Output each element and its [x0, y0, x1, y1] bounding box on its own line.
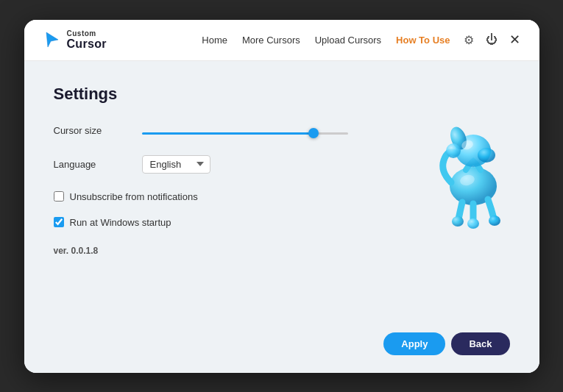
logo-text: Custom Cursor	[67, 29, 107, 51]
nav-icons: ⚙ ⏻ ✕	[462, 30, 522, 49]
cursor-size-label: Cursor size	[54, 125, 142, 136]
nav-home[interactable]: Home	[202, 35, 227, 46]
svg-point-5	[446, 143, 461, 158]
logo-custom-label: Custom	[67, 29, 107, 38]
startup-checkbox[interactable]	[54, 217, 64, 227]
power-icon-button[interactable]: ⏻	[484, 32, 499, 48]
unsubscribe-checkbox[interactable]	[54, 191, 64, 202]
slider-container	[142, 124, 348, 138]
cursor-size-slider[interactable]	[142, 132, 348, 135]
main-content: Settings Cursor size Language English Sp…	[24, 61, 539, 373]
logo-area: Custom Cursor	[42, 29, 202, 51]
nav-links: Home More Cursors Upload Cursors How To …	[202, 35, 450, 46]
header: Custom Cursor Home More Cursors Upload C…	[24, 20, 539, 61]
balloon-dog-decoration	[407, 90, 525, 238]
settings-icon-button[interactable]: ⚙	[462, 32, 475, 49]
svg-point-7	[467, 218, 479, 229]
close-icon-button[interactable]: ✕	[508, 30, 522, 49]
app-window: Custom Cursor Home More Cursors Upload C…	[24, 20, 539, 373]
back-button[interactable]: Back	[451, 332, 509, 355]
unsubscribe-label[interactable]: Unsubscribe from notifications	[70, 191, 198, 202]
svg-point-6	[452, 216, 464, 227]
apply-button[interactable]: Apply	[383, 332, 445, 355]
language-select[interactable]: English Spanish French German Russian Ch…	[142, 155, 210, 174]
bottom-bar: Apply Back	[54, 324, 510, 355]
nav-how-to-use[interactable]: How To Use	[396, 35, 450, 46]
svg-point-8	[489, 215, 500, 226]
version-text: ver. 0.0.1.8	[54, 246, 510, 256]
logo-cursor-label: Cursor	[67, 38, 107, 51]
language-label: Language	[54, 159, 142, 170]
nav-more-cursors[interactable]: More Cursors	[242, 35, 300, 46]
nav-upload-cursors[interactable]: Upload Cursors	[315, 35, 381, 46]
svg-point-3	[478, 148, 495, 163]
startup-label[interactable]: Run at Windows startup	[70, 217, 171, 228]
svg-marker-0	[46, 32, 58, 47]
logo-icon	[42, 29, 63, 50]
